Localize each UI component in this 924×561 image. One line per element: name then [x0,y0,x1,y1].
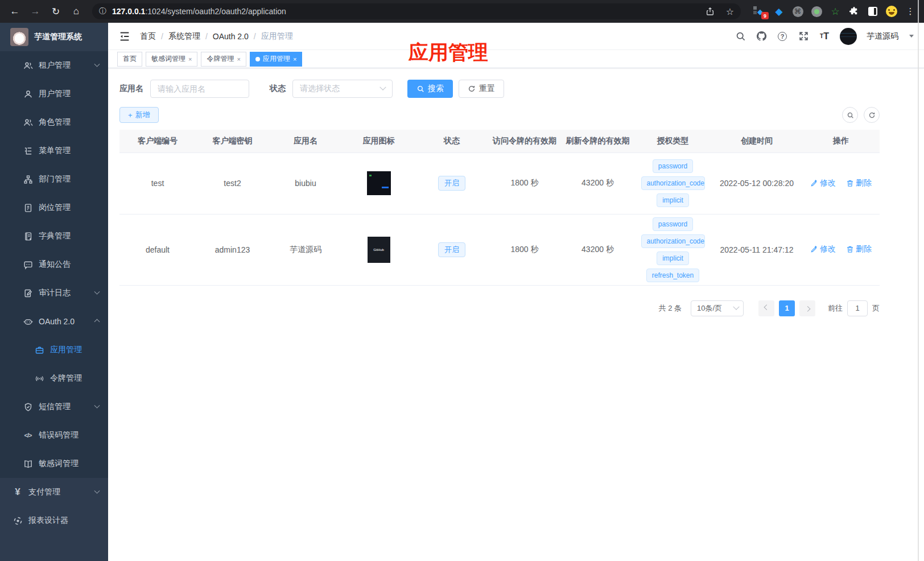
address-bar[interactable]: ⓘ 127.0.0.1:1024/system/oauth2/oauth2/ap… [92,3,741,19]
close-icon[interactable]: × [237,56,240,63]
breadcrumb-system[interactable]: 系统管理 [168,31,200,42]
col-access-validity: 访问令牌的有效期 [488,130,561,152]
github-icon[interactable] [756,31,767,42]
browser-menu-icon[interactable]: ⋮ [905,6,916,17]
reload-icon[interactable]: ↻ [46,6,66,18]
username[interactable]: 芋道源码 [867,31,898,42]
share-icon[interactable] [704,6,716,17]
extension-diamond-badge-icon[interactable]: ◆ 9 [754,6,766,17]
goto-page-input[interactable] [847,300,868,316]
sidebar-item-token[interactable]: 令牌管理 [0,364,108,393]
col-app-icon: 应用图标 [342,130,415,152]
bookmark-star-icon[interactable]: ☆ [726,6,734,17]
caret-down-icon[interactable] [909,35,914,38]
tab-sensitive-words[interactable]: 敏感词管理× [146,52,197,67]
chevron-down-icon [94,61,100,67]
sidebar-fold-icon[interactable] [118,30,131,43]
tab-application[interactable]: 应用管理× [250,52,302,67]
sidebar-item-label: 错误码管理 [39,430,79,440]
profile-emoji-icon[interactable] [886,6,897,17]
refresh-button[interactable] [864,107,880,123]
app-icon-image: GitHub [368,237,390,263]
sidebar-item-oauth[interactable]: OAuth 2.0 [0,307,108,336]
sidebar-item-audit[interactable]: 审计日志 [0,279,108,307]
back-icon[interactable]: ← [5,6,25,17]
sidebar-item-label: 租户管理 [39,60,71,71]
sidebar-item-dept[interactable]: 部门管理 [0,165,108,193]
site-info-icon[interactable]: ⓘ [99,6,106,16]
forward-icon[interactable]: → [25,6,46,17]
app-name-label: 应用名 [119,84,143,94]
sidebar-item-application[interactable]: 应用管理 [0,336,108,364]
chevron-down-icon [380,84,386,90]
extension-command-icon[interactable]: ⌘ [792,6,803,17]
sidebar-item-report[interactable]: 报表设计器 [0,506,108,535]
grant-type-tag: password [653,217,693,231]
chevron-right-icon [805,306,810,312]
sidebar-item-pay[interactable]: ¥ 支付管理 [0,478,108,506]
edit-button[interactable]: 修改 [810,178,836,188]
delete-button[interactable]: 删除 [846,178,872,188]
toggle-search-button[interactable] [842,107,858,123]
active-dot [255,57,260,61]
table-row: test test2 biubiu 开启 1800 秒 43200 秒 pass… [119,152,880,214]
prev-page-button[interactable] [758,300,774,316]
extension-green-star-icon[interactable]: ☆ [830,6,841,17]
home-icon[interactable]: ⌂ [66,6,86,17]
close-icon[interactable]: × [188,56,192,63]
filter-form: 应用名 状态 请选择状态 搜索 重置 [119,80,913,98]
current-page-button[interactable]: 1 [779,300,795,316]
next-page-button[interactable] [799,300,815,316]
close-icon[interactable]: × [293,56,296,63]
app-logo[interactable]: 芋道管理系统 [0,23,108,51]
logo-image [10,28,28,46]
tab-token[interactable]: 令牌管理× [201,52,246,67]
chevron-down-icon [94,288,100,294]
url-host: 127.0.0.1 [112,7,145,16]
url-path: :1024/system/oauth2/oauth2/application [145,7,286,16]
sidebar-item-label: 敏感词管理 [39,459,79,469]
delete-button[interactable]: 删除 [846,244,872,254]
extension-record-icon[interactable] [811,6,822,17]
sidebar-item-errorcode[interactable]: </> 错误码管理 [0,421,108,449]
search-button[interactable]: 搜索 [407,80,453,98]
scrollbar[interactable] [918,0,919,561]
edit-button[interactable]: 修改 [810,244,836,254]
sidebar-item-label: 报表设计器 [28,515,68,526]
breadcrumb-home[interactable]: 首页 [140,31,156,42]
cell-created-at: 2022-05-11 21:47:12 [711,214,802,285]
breadcrumb-oauth[interactable]: OAuth 2.0 [213,32,249,41]
sidebar-item-role[interactable]: 角色管理 [0,108,108,137]
yen-icon: ¥ [13,487,23,497]
extension-gem-icon[interactable]: ◆ [773,6,785,17]
col-refresh-validity: 刷新令牌的有效期 [561,130,634,152]
font-size-icon[interactable]: TT [819,31,830,42]
add-button[interactable]: + 新增 [119,107,159,123]
sidebar-item-sms[interactable]: 短信管理 [0,393,108,421]
split-screen-icon[interactable] [867,6,878,17]
sidebar-item-menu[interactable]: 菜单管理 [0,137,108,165]
app-name-input[interactable] [150,80,249,98]
extensions-puzzle-icon[interactable] [848,6,860,17]
help-icon[interactable]: ? [777,31,788,42]
status-select[interactable]: 请选择状态 [292,80,393,98]
status-label: 状态 [270,84,286,94]
grant-type-tag: authorization_code [641,176,705,190]
cell-app-name: 芋道源码 [269,214,342,285]
cell-refresh-validity: 43200 秒 [561,152,634,214]
sidebar-item-tenant[interactable]: 租户管理 [0,51,108,80]
sidebar-item-sensitive[interactable]: 敏感词管理 [0,449,108,478]
page-size-select[interactable]: 10条/页 [691,300,744,316]
avatar[interactable] [840,28,857,45]
sidebar-item-notice[interactable]: 通知公告 [0,250,108,279]
grant-type-tag: password [653,159,693,173]
main-area: 应用管理 首页 / 系统管理 / OAuth 2.0 / 应用管理 ? TT [108,23,924,561]
reset-button[interactable]: 重置 [459,80,504,98]
fullscreen-icon[interactable] [798,31,809,42]
url-text[interactable]: 127.0.0.1:1024/system/oauth2/oauth2/appl… [112,7,286,16]
search-icon[interactable] [735,31,746,42]
sidebar-item-post[interactable]: 岗位管理 [0,193,108,222]
sidebar-item-dict[interactable]: 字典管理 [0,222,108,250]
sidebar-item-user[interactable]: 用户管理 [0,80,108,108]
tab-home[interactable]: 首页 [117,52,142,67]
